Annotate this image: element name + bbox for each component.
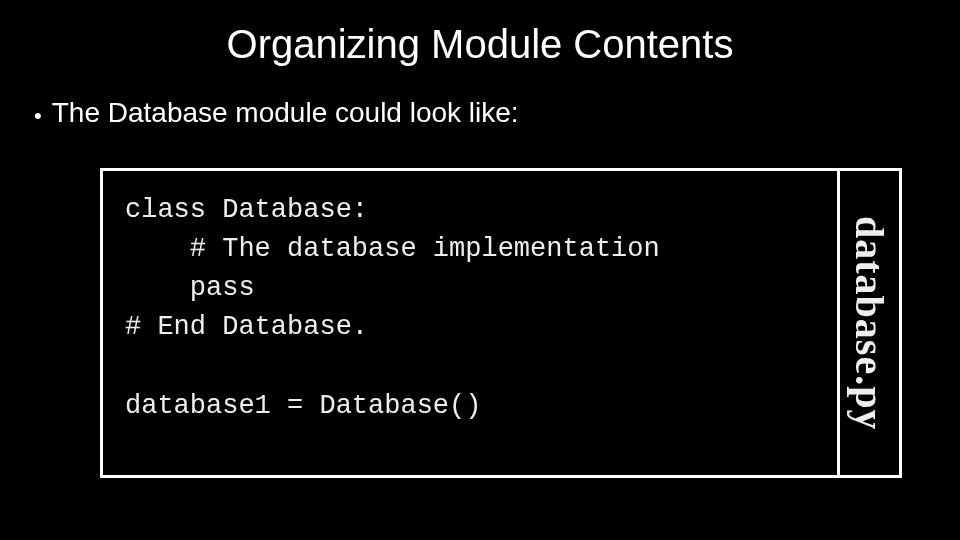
code-block: class Database: # The database implement…: [100, 168, 840, 478]
slide-title: Organizing Module Contents: [0, 0, 960, 67]
bullet-text: The Database module could look like:: [52, 97, 519, 129]
content-area: class Database: # The database implement…: [100, 168, 902, 478]
file-label-box: database.py: [840, 168, 902, 478]
bullet-dot: •: [34, 97, 42, 135]
file-label-text: database.py: [846, 216, 893, 430]
slide: Organizing Module Contents • The Databas…: [0, 0, 960, 540]
bullet-item: • The Database module could look like:: [0, 67, 960, 135]
